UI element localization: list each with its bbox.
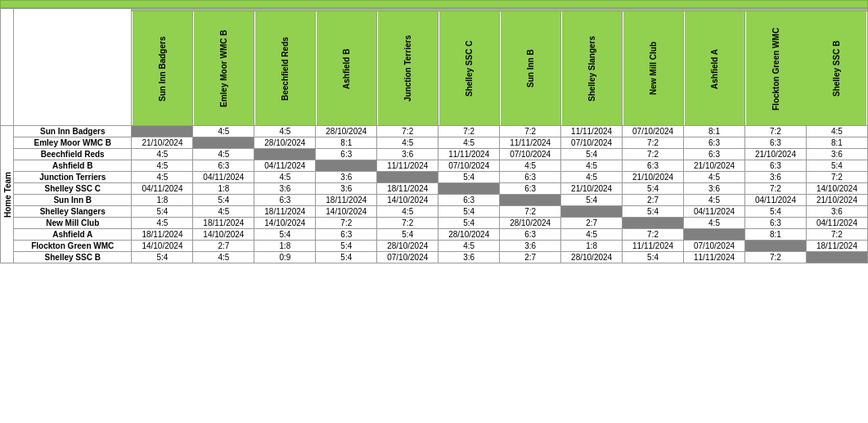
cell-1-5: 4:5 bbox=[438, 137, 500, 149]
cell-11-9: 11/11/2024 bbox=[684, 252, 745, 263]
col-header-11: Shelley SSC B bbox=[806, 11, 867, 126]
cell-6-5: 6:3 bbox=[438, 195, 500, 206]
cell-10-6: 3:6 bbox=[500, 241, 561, 252]
cell-7-8: 5:4 bbox=[623, 206, 684, 218]
cell-8-1: 18/11/2024 bbox=[193, 218, 254, 229]
cell-0-1: 4:5 bbox=[193, 126, 254, 137]
cell-2-1: 4:5 bbox=[193, 149, 254, 160]
cell-10-0: 14/10/2024 bbox=[132, 241, 193, 252]
cell-8-3: 7:2 bbox=[316, 218, 377, 229]
cell-5-2: 3:6 bbox=[254, 183, 316, 195]
cell-0-9: 8:1 bbox=[684, 126, 745, 137]
cell-7-6: 7:2 bbox=[500, 206, 561, 218]
cell-1-11: 8:1 bbox=[806, 137, 867, 149]
cell-6-0: 1:8 bbox=[132, 195, 193, 206]
cell-8-6: 28/10/2024 bbox=[500, 218, 561, 229]
cell-3-10: 6:3 bbox=[745, 160, 807, 172]
cell-8-5: 5:4 bbox=[438, 218, 500, 229]
cell-9-2: 5:4 bbox=[254, 229, 316, 241]
cell-9-11: 7:2 bbox=[806, 229, 867, 241]
cell-3-5: 07/10/2024 bbox=[438, 160, 500, 172]
cell-2-10: 21/10/2024 bbox=[745, 149, 807, 160]
cell-2-7: 5:4 bbox=[561, 149, 623, 160]
cell-4-1: 04/11/2024 bbox=[193, 172, 254, 183]
cell-4-3: 3:6 bbox=[316, 172, 377, 183]
home-team-label: Home Team bbox=[1, 126, 14, 263]
cell-0-7: 11/11/2024 bbox=[561, 126, 623, 137]
row-label-1: Emley Moor WMC B bbox=[14, 137, 132, 149]
col-header-2: Beechfield Reds bbox=[254, 11, 316, 126]
row-label-10: Flockton Green WMC bbox=[14, 241, 132, 252]
cell-2-2 bbox=[254, 149, 316, 160]
cell-0-2: 4:5 bbox=[254, 126, 316, 137]
cell-10-2: 1:8 bbox=[254, 241, 316, 252]
cell-2-6: 07/10/2024 bbox=[500, 149, 561, 160]
cell-9-4: 5:4 bbox=[377, 229, 438, 241]
cell-7-1: 4:5 bbox=[193, 206, 254, 218]
cell-5-0: 04/11/2024 bbox=[132, 183, 193, 195]
cell-4-8: 21/10/2024 bbox=[623, 172, 684, 183]
cell-11-10: 7:2 bbox=[745, 252, 807, 263]
cell-4-9: 4:5 bbox=[684, 172, 745, 183]
cell-10-8: 11/11/2024 bbox=[623, 241, 684, 252]
cell-8-0: 4:5 bbox=[132, 218, 193, 229]
cell-5-11: 14/10/2024 bbox=[806, 183, 867, 195]
row-label-7: Shelley Slangers bbox=[14, 206, 132, 218]
cell-11-0: 5:4 bbox=[132, 252, 193, 263]
col-header-5: Shelley SSC C bbox=[438, 11, 500, 126]
cell-6-11: 21/10/2024 bbox=[806, 195, 867, 206]
cell-8-8 bbox=[623, 218, 684, 229]
cell-8-7: 2:7 bbox=[561, 218, 623, 229]
cell-5-8: 5:4 bbox=[623, 183, 684, 195]
corner-row-label bbox=[14, 9, 132, 126]
cell-7-7 bbox=[561, 206, 623, 218]
col-header-8: New Mill Club bbox=[623, 11, 684, 126]
cell-10-10 bbox=[745, 241, 807, 252]
cell-4-10: 3:6 bbox=[745, 172, 807, 183]
col-header-3: Ashfield B bbox=[316, 11, 377, 126]
cell-7-9: 04/11/2024 bbox=[684, 206, 745, 218]
cell-2-9: 6:3 bbox=[684, 149, 745, 160]
cell-5-9: 3:6 bbox=[684, 183, 745, 195]
cell-8-10: 6:3 bbox=[745, 218, 807, 229]
cell-10-7: 1:8 bbox=[561, 241, 623, 252]
col-header-9: Ashfield A bbox=[684, 11, 745, 126]
cell-5-7: 21/10/2024 bbox=[561, 183, 623, 195]
cell-3-3 bbox=[316, 160, 377, 172]
row-label-8: New Mill Club bbox=[14, 218, 132, 229]
cell-8-11: 04/11/2024 bbox=[806, 218, 867, 229]
cell-4-11: 7:2 bbox=[806, 172, 867, 183]
cell-4-6: 6:3 bbox=[500, 172, 561, 183]
cell-9-6: 6:3 bbox=[500, 229, 561, 241]
col-header-10: Flockton Green WMC bbox=[745, 11, 807, 126]
cell-5-1: 1:8 bbox=[193, 183, 254, 195]
col-header-7: Shelley Slangers bbox=[561, 11, 623, 126]
col-header-6: Sun Inn B bbox=[500, 11, 561, 126]
cell-3-8: 6:3 bbox=[623, 160, 684, 172]
cell-4-4 bbox=[377, 172, 438, 183]
cell-7-10: 5:4 bbox=[745, 206, 807, 218]
cell-0-10: 7:2 bbox=[745, 126, 807, 137]
cell-11-11 bbox=[806, 252, 867, 263]
cell-2-5: 11/11/2024 bbox=[438, 149, 500, 160]
cell-6-9: 4:5 bbox=[684, 195, 745, 206]
cell-2-11: 3:6 bbox=[806, 149, 867, 160]
cell-11-2: 0:9 bbox=[254, 252, 316, 263]
cell-3-6: 4:5 bbox=[500, 160, 561, 172]
row-label-4: Junction Terriers bbox=[14, 172, 132, 183]
cell-0-11: 4:5 bbox=[806, 126, 867, 137]
cell-6-6 bbox=[500, 195, 561, 206]
cell-5-5 bbox=[438, 183, 500, 195]
cell-0-8: 07/10/2024 bbox=[623, 126, 684, 137]
cell-6-1: 5:4 bbox=[193, 195, 254, 206]
cell-0-4: 7:2 bbox=[377, 126, 438, 137]
cell-6-10: 04/11/2024 bbox=[745, 195, 807, 206]
col-header-1: Emley Moor WMC B bbox=[193, 11, 254, 126]
cell-3-0: 4:5 bbox=[132, 160, 193, 172]
cell-9-5: 28/10/2024 bbox=[438, 229, 500, 241]
cell-1-1 bbox=[193, 137, 254, 149]
row-label-2: Beechfield Reds bbox=[14, 149, 132, 160]
row-label-6: Sun Inn B bbox=[14, 195, 132, 206]
cell-8-2: 14/10/2024 bbox=[254, 218, 316, 229]
cell-10-4: 28/10/2024 bbox=[377, 241, 438, 252]
